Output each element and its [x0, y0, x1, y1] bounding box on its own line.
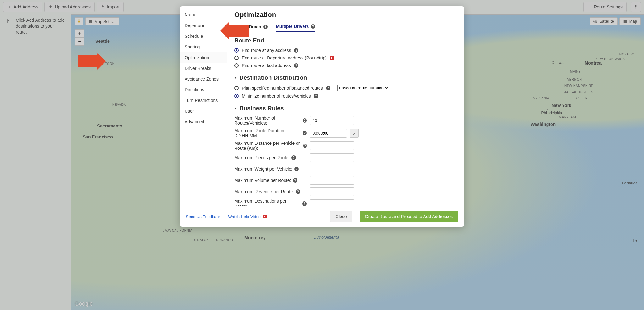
help-icon[interactable]: ? [263, 25, 268, 29]
sidebar-item-advanced[interactable]: Advanced [180, 116, 227, 127]
settings-sidebar: Name Departure Schedule Sharing Optimiza… [180, 6, 227, 208]
create-route-button[interactable]: Create Route and Proceed to Add Addresse… [360, 211, 458, 222]
radio-icon [234, 63, 239, 68]
feedback-label: Send Us Feedback [186, 214, 221, 219]
help-icon[interactable]: ? [303, 118, 307, 123]
max-pieces-input[interactable] [310, 153, 354, 162]
row-max-distance: Maximum Distance per Vehicle or Route (K… [234, 139, 453, 152]
settings-pane: Optimization Single Driver ? Multiple Dr… [227, 6, 464, 208]
balanced-basis-select[interactable]: Based on route duration [337, 85, 389, 91]
field-label: Maximum Distance per Vehicle or Route (K… [234, 141, 302, 151]
field-label: Maximum Number of Routes/Vehicles: [234, 116, 301, 126]
help-icon[interactable]: ? [303, 131, 307, 135]
help-icon[interactable]: ? [314, 94, 318, 98]
section-route-end: Route End [234, 37, 453, 44]
radio-end-last[interactable]: End route at last address ? [234, 62, 453, 69]
radio-icon [234, 56, 239, 60]
max-routes-input[interactable] [310, 116, 354, 125]
field-label: Maximum Revenue per Route: [234, 189, 294, 194]
sidebar-item-name[interactable]: Name [180, 9, 227, 20]
help-icon[interactable]: ? [302, 201, 307, 206]
route-settings-modal: Name Departure Schedule Sharing Optimiza… [180, 6, 464, 227]
radio-end-any[interactable]: End route at any address ? [234, 47, 453, 54]
duration-wizard-button[interactable] [350, 129, 359, 138]
video-icon[interactable] [330, 56, 334, 60]
tab-multiple-drivers[interactable]: Multiple Drivers ? [276, 22, 315, 32]
sidebar-item-directions[interactable]: Directions [180, 84, 227, 95]
field-label: Maximum Route Duration DD:HH:MM [234, 128, 301, 138]
max-destinations-input[interactable] [310, 199, 354, 206]
help-icon[interactable]: ? [291, 155, 296, 160]
tab-single-label: Single Driver [234, 24, 261, 29]
radio-label: Plan specified number of balanced routes [242, 86, 323, 91]
sidebar-item-optimization[interactable]: Optimization [180, 52, 227, 63]
radio-end-departure[interactable]: End route at Departure address (Roundtri… [234, 54, 453, 62]
video-icon [263, 215, 267, 218]
watch-label: Watch Help Video [228, 214, 261, 219]
field-label: Maximum Volume per Route: [234, 178, 291, 183]
modal-footer: Send Us Feedback Watch Help Video Close … [180, 208, 464, 227]
field-label: Maximum Pieces per Route: [234, 155, 290, 160]
max-volume-input[interactable] [310, 176, 354, 185]
sidebar-item-avoidance-zones[interactable]: Avoidance Zones [180, 74, 227, 84]
help-icon[interactable]: ? [296, 189, 300, 194]
radio-icon [234, 48, 239, 53]
max-distance-input[interactable] [310, 141, 354, 150]
radio-label: End route at Departure address (Roundtri… [242, 55, 327, 60]
feedback-link[interactable]: Send Us Feedback [186, 214, 221, 219]
row-max-routes: Maximum Number of Routes/Vehicles:? [234, 114, 453, 127]
sidebar-item-sharing[interactable]: Sharing [180, 42, 227, 52]
max-duration-input[interactable] [310, 129, 347, 138]
sidebar-item-user[interactable]: User [180, 106, 227, 116]
help-icon[interactable]: ? [326, 86, 330, 90]
radio-minimize[interactable]: Minimize number of routes/vehicles ? [234, 92, 453, 100]
help-icon[interactable]: ? [311, 24, 315, 29]
magic-icon [352, 131, 357, 135]
radio-icon [234, 94, 239, 98]
tab-multiple-label: Multiple Drivers [276, 24, 309, 29]
row-max-revenue: Maximum Revenue per Route:? [234, 186, 453, 197]
help-icon[interactable]: ? [303, 144, 307, 148]
driver-tabs: Single Driver ? Multiple Drivers ? [234, 22, 457, 32]
pane-title: Optimization [234, 11, 457, 19]
field-label: Maximum Weight per Vehicle: [234, 166, 292, 172]
sidebar-item-departure[interactable]: Departure [180, 20, 227, 31]
watch-video-link[interactable]: Watch Help Video [228, 214, 267, 219]
radio-plan-balanced[interactable]: Plan specified number of balanced routes… [234, 84, 453, 92]
field-label: Maximum Destinations per Route: [234, 199, 300, 206]
tab-single-driver[interactable]: Single Driver ? [234, 22, 268, 32]
row-max-destinations: Maximum Destinations per Route:? [234, 197, 453, 206]
close-button[interactable]: Close [330, 211, 352, 222]
section-dest-dist[interactable]: Destination Distribution [234, 74, 453, 81]
radio-label: End route at last address [242, 63, 291, 68]
row-max-pieces: Maximum Pieces per Route:? [234, 152, 453, 163]
row-max-volume: Maximum Volume per Route:? [234, 175, 453, 186]
section-business-rules[interactable]: Business Rules [234, 105, 453, 112]
sidebar-item-schedule[interactable]: Schedule [180, 31, 227, 42]
help-icon[interactable]: ? [294, 167, 299, 171]
help-icon[interactable]: ? [293, 178, 297, 183]
row-max-duration: Maximum Route Duration DD:HH:MM? [234, 127, 453, 139]
radio-label: Minimize number of routes/vehicles [242, 93, 311, 99]
help-icon[interactable]: ? [294, 48, 298, 53]
sidebar-item-driver-breaks[interactable]: Driver Breaks [180, 63, 227, 74]
sidebar-item-turn-restrictions[interactable]: Turn Restrictions [180, 95, 227, 106]
row-max-weight: Maximum Weight per Vehicle:? [234, 163, 453, 175]
help-icon[interactable]: ? [294, 63, 298, 68]
max-weight-input[interactable] [310, 165, 354, 173]
radio-icon [234, 86, 239, 90]
max-revenue-input[interactable] [310, 187, 354, 196]
pane-scroll[interactable]: Route End End route at any address ? End… [234, 32, 457, 206]
radio-label: End route at any address [242, 48, 291, 53]
